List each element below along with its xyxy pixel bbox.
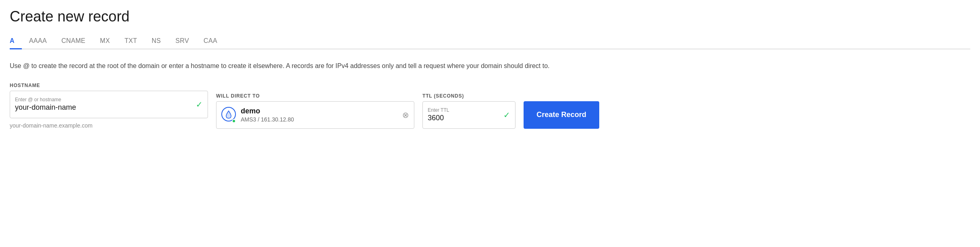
droplet-sub: AMS3 / 161.30.12.80 bbox=[241, 116, 294, 123]
record-type-tabs: AAAAACNAMEMXTXTNSSRVCAA bbox=[10, 33, 970, 49]
tab-txt[interactable]: TXT bbox=[117, 33, 144, 49]
tab-cname[interactable]: CNAME bbox=[54, 33, 93, 49]
create-record-button[interactable]: Create Record bbox=[524, 101, 599, 129]
ttl-check-icon: ✓ bbox=[503, 110, 510, 120]
hostname-input-inner: Enter @ or hostname bbox=[15, 97, 193, 112]
will-direct-text: demo AMS3 / 161.30.12.80 bbox=[241, 107, 294, 123]
hostname-label: HOSTNAME bbox=[10, 83, 208, 88]
will-direct-field-group: WILL DIRECT TO demo AMS3 / 161.30.12.80 … bbox=[216, 93, 414, 129]
ttl-label: TTL (SECONDS) bbox=[422, 93, 515, 99]
will-direct-input-wrapper: demo AMS3 / 161.30.12.80 ⊗ bbox=[216, 101, 414, 129]
tab-ns[interactable]: NS bbox=[144, 33, 168, 49]
clear-icon[interactable]: ⊗ bbox=[402, 110, 409, 120]
page-title: Create new record bbox=[10, 8, 970, 25]
tab-mx[interactable]: MX bbox=[93, 33, 117, 49]
hostname-field-group: HOSTNAME Enter @ or hostname ✓ your-doma… bbox=[10, 83, 208, 129]
ttl-placeholder: Enter TTL bbox=[428, 107, 500, 113]
ttl-field-group: TTL (SECONDS) Enter TTL ✓ bbox=[422, 93, 515, 129]
ttl-input-inner: Enter TTL bbox=[428, 107, 500, 122]
status-dot bbox=[232, 119, 236, 123]
droplet-icon-container bbox=[221, 107, 236, 123]
tab-a[interactable]: A bbox=[10, 33, 22, 49]
tab-srv[interactable]: SRV bbox=[168, 33, 197, 49]
description-text: Use @ to create the record at the root o… bbox=[10, 61, 576, 71]
ttl-input-wrapper: Enter TTL ✓ bbox=[422, 101, 515, 129]
hostname-input-wrapper: Enter @ or hostname ✓ bbox=[10, 91, 208, 118]
tab-aaaa[interactable]: AAAA bbox=[22, 33, 54, 49]
hostname-placeholder: Enter @ or hostname bbox=[15, 97, 193, 102]
tab-caa[interactable]: CAA bbox=[196, 33, 225, 49]
droplet-name: demo bbox=[241, 107, 294, 115]
will-direct-content: demo AMS3 / 161.30.12.80 bbox=[221, 107, 399, 123]
hostname-check-icon: ✓ bbox=[196, 100, 203, 109]
ttl-input[interactable] bbox=[428, 114, 500, 122]
will-direct-label: WILL DIRECT TO bbox=[216, 93, 414, 99]
form-row: HOSTNAME Enter @ or hostname ✓ your-doma… bbox=[10, 83, 970, 129]
hostname-hint: your-domain-name.example.com bbox=[10, 122, 208, 129]
hostname-input[interactable] bbox=[15, 103, 193, 112]
